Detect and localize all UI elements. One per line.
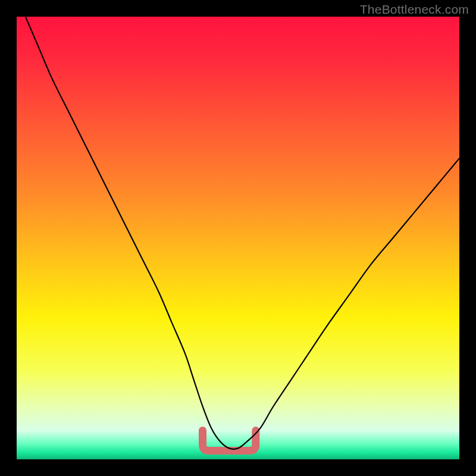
chart-frame: TheBottleneck.com — [0, 0, 476, 476]
gradient-background — [17, 17, 459, 459]
watermark-text: TheBottleneck.com — [360, 2, 469, 17]
plot-area — [17, 17, 459, 459]
svg-rect-0 — [17, 17, 459, 459]
